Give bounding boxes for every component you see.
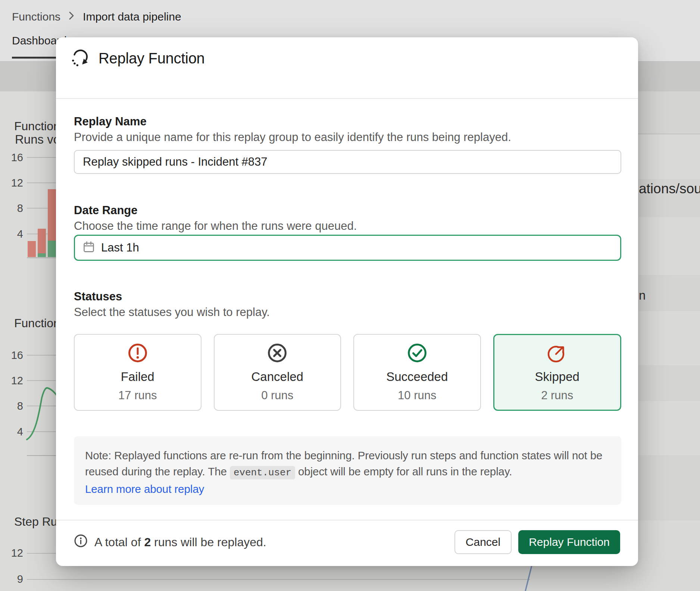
date-range-value: Last 1h <box>101 241 139 254</box>
info-icon <box>74 534 88 551</box>
replay-name-label: Replay Name <box>74 115 147 128</box>
summary-suffix: runs will be replayed. <box>154 535 266 549</box>
modal-header: Replay Function <box>70 47 205 69</box>
status-card-name: Skipped <box>535 370 579 384</box>
modal-footer: A total of 2 runs will be replayed. Canc… <box>74 530 620 554</box>
status-card-name: Canceled <box>251 370 303 384</box>
replay-note: Note: Replayed functions are re-run from… <box>74 436 621 505</box>
arrow-out-circle-icon <box>547 343 568 365</box>
status-card-name: Failed <box>121 370 154 384</box>
alert-circle-icon <box>127 343 148 365</box>
replay-icon <box>70 48 89 68</box>
replay-function-modal: Replay Function Replay Name Provide a un… <box>56 37 638 566</box>
statuses-label: Statuses <box>74 290 122 303</box>
status-card-count: 17 runs <box>118 389 157 402</box>
header-divider <box>56 98 638 99</box>
date-range-selector[interactable]: Last 1h <box>74 235 621 261</box>
cancel-button[interactable]: Cancel <box>454 530 512 554</box>
replay-function-button[interactable]: Replay Function <box>518 530 620 554</box>
event-user-code: event.user <box>230 466 295 479</box>
check-circle-icon <box>407 343 428 365</box>
summary-prefix: A total of <box>94 535 141 549</box>
status-cards: Failed 17 runs Canceled 0 runs Succee <box>74 334 621 411</box>
status-card-canceled[interactable]: Canceled 0 runs <box>214 334 341 411</box>
replay-summary: A total of 2 runs will be replayed. <box>74 534 266 551</box>
calendar-icon <box>82 241 95 255</box>
status-card-skipped[interactable]: Skipped 2 runs <box>493 334 622 411</box>
replay-name-description: Provide a unique name for this replay gr… <box>74 131 511 144</box>
learn-more-link[interactable]: Learn more about replay <box>85 483 204 495</box>
summary-count: 2 <box>144 535 151 549</box>
status-card-name: Succeeded <box>386 370 448 384</box>
status-card-count: 0 runs <box>261 389 293 402</box>
status-card-count: 10 runs <box>398 389 436 402</box>
replay-name-input[interactable] <box>74 150 621 174</box>
statuses-description: Select the statuses you wish to replay. <box>74 306 270 319</box>
note-line1: Note: Replayed functions are re-run from… <box>85 449 602 462</box>
status-card-succeeded[interactable]: Succeeded 10 runs <box>353 334 481 411</box>
date-range-description: Choose the time range for when the runs … <box>74 219 357 233</box>
status-card-count: 2 runs <box>541 389 573 402</box>
modal-title: Replay Function <box>99 50 205 67</box>
footer-divider <box>56 520 638 520</box>
footer-actions: Cancel Replay Function <box>454 530 620 554</box>
note-line2-after: object will be empty for all runs in the… <box>298 465 512 478</box>
date-range-label: Date Range <box>74 204 138 217</box>
status-card-failed[interactable]: Failed 17 runs <box>74 334 201 411</box>
note-line2-before: reused during the replay. The <box>85 465 227 478</box>
x-circle-icon <box>267 343 288 365</box>
